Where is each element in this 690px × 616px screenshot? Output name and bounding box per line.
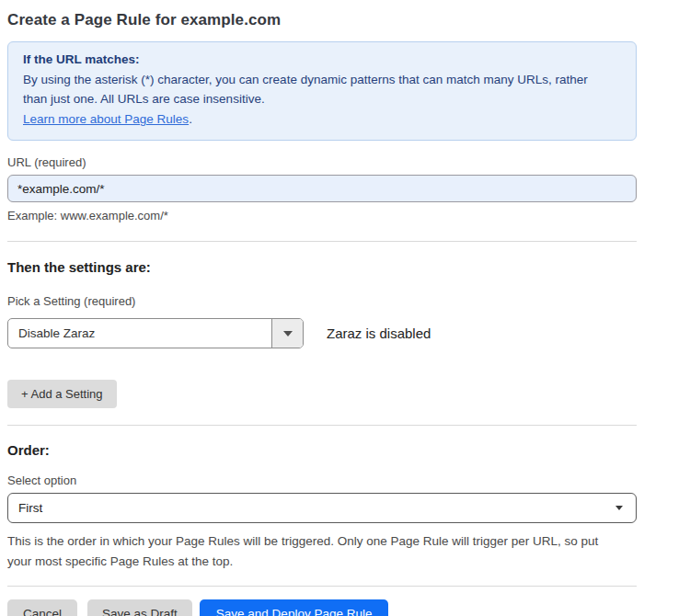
order-select-value: First: [18, 501, 42, 515]
setting-select-arrow-button[interactable]: [271, 319, 303, 348]
info-box-heading: If the URL matches:: [23, 52, 621, 66]
order-select[interactable]: First: [7, 493, 637, 523]
save-and-deploy-button[interactable]: Save and Deploy Page Rule: [200, 599, 389, 616]
setting-select[interactable]: Disable Zaraz: [7, 318, 304, 348]
section-divider: [7, 425, 637, 426]
info-box-body: By using the asterisk (*) character, you…: [23, 70, 612, 108]
caret-down-icon: [615, 506, 623, 510]
actions-row: Cancel Save as Draft Save and Deploy Pag…: [7, 599, 637, 616]
learn-more-link[interactable]: Learn more about Page Rules: [23, 112, 189, 126]
info-box-link-line: Learn more about Page Rules.: [23, 109, 621, 129]
settings-section-heading: Then the settings are:: [7, 259, 637, 275]
add-setting-button[interactable]: + Add a Setting: [7, 380, 117, 408]
link-suffix: .: [189, 112, 192, 126]
section-divider: [7, 241, 637, 242]
actions-divider: [7, 586, 637, 587]
url-match-info-box: If the URL matches: By using the asteris…: [7, 41, 637, 141]
setting-select-value: Disable Zaraz: [8, 319, 271, 348]
page-title: Create a Page Rule for example.com: [7, 11, 637, 29]
page-rule-form: Create a Page Rule for example.com If th…: [0, 0, 690, 616]
setting-status-text: Zaraz is disabled: [327, 325, 431, 341]
save-as-draft-button[interactable]: Save as Draft: [87, 599, 192, 616]
order-select-label: Select option: [7, 473, 637, 487]
url-field-label: URL (required): [7, 155, 637, 169]
order-helper-text: This is the order in which your Page Rul…: [7, 531, 626, 572]
setting-row: Disable Zaraz Zaraz is disabled: [7, 318, 637, 348]
pick-setting-label: Pick a Setting (required): [7, 294, 637, 308]
cancel-button[interactable]: Cancel: [7, 599, 77, 616]
order-section-heading: Order:: [7, 442, 637, 458]
url-example-helper: Example: www.example.com/*: [7, 209, 637, 222]
caret-down-icon: [283, 331, 293, 337]
url-input[interactable]: [7, 175, 637, 202]
